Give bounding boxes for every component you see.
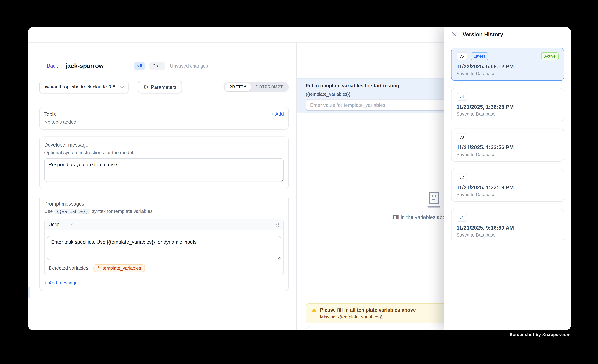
- developer-message-card: Developer message Optional system instru…: [39, 136, 289, 189]
- add-message-button[interactable]: + Add message: [44, 280, 78, 286]
- version-timestamp: 11/21/2025, 1:33:19 PM: [457, 184, 559, 190]
- template-variable-chip[interactable]: ✎ template_variables: [93, 264, 145, 272]
- variable-syntax-chip: {{variable}}: [55, 208, 90, 214]
- plus-icon: +: [271, 111, 274, 117]
- message-input[interactable]: Enter task specifics. Use {{template_var…: [47, 236, 281, 260]
- version-number-badge: v5: [457, 52, 467, 60]
- message-header: User: [45, 219, 283, 230]
- warning-title: Please fill in all template variables ab…: [320, 307, 416, 313]
- version-number-badge: v1: [457, 214, 467, 222]
- tools-title: Tools: [44, 111, 56, 117]
- version-status: Saved to Database: [457, 71, 559, 76]
- subtitle-suffix: syntax for template variables: [92, 209, 152, 214]
- version-timestamp: 11/21/2025, 9:16:39 AM: [457, 225, 559, 231]
- version-timestamp: 11/21/2025, 1:36:28 PM: [457, 104, 559, 110]
- chevron-down-icon: [120, 86, 124, 89]
- gear-icon: ⚙: [143, 84, 148, 90]
- detected-variables-row: Detected variables: ✎ template_variables: [47, 264, 281, 272]
- prompt-messages-subtitle: Use {{variable}} syntax for template var…: [44, 208, 284, 214]
- version-card-v5[interactable]: v5 Latest Active 11/22/2025, 6:08:12 PM …: [451, 48, 564, 81]
- latest-badge: Latest: [471, 52, 488, 60]
- active-badge: Active: [541, 52, 559, 60]
- plus-icon: +: [44, 280, 47, 286]
- version-history-panel: Version History v5 Latest Active 11/22/2…: [444, 27, 571, 330]
- warning-icon: [311, 307, 317, 313]
- message-body: Enter task specifics. Use {{template_var…: [45, 230, 283, 275]
- close-icon[interactable]: [451, 31, 458, 37]
- toggle-dotprompt[interactable]: DOTPROMPT: [251, 83, 288, 91]
- version-status: Saved to Database: [457, 111, 559, 117]
- model-select-value: aws/anthropic/bedrock-claude-3-5-s...: [43, 84, 117, 90]
- add-message-label: Add message: [49, 280, 78, 286]
- version-badge: v5: [134, 62, 145, 70]
- version-history-header: Version History: [451, 31, 564, 37]
- pencil-icon: ✎: [97, 265, 101, 271]
- parameters-button[interactable]: ⚙ Parameters: [138, 81, 182, 93]
- format-toggle: PRETTY DOTPROMPT: [224, 82, 289, 92]
- version-number-badge: v3: [457, 133, 467, 141]
- back-button[interactable]: ← Back: [39, 63, 58, 69]
- page-title: jack-sparrow: [66, 63, 104, 69]
- toggle-pretty[interactable]: PRETTY: [225, 83, 251, 91]
- model-select[interactable]: aws/anthropic/bedrock-claude-3-5-s...: [39, 81, 129, 93]
- prompt-messages-title: Prompt messages: [44, 201, 284, 207]
- version-status: Saved to Database: [457, 152, 559, 157]
- title-badges: v5 Draft: [134, 62, 165, 70]
- tools-card: Tools + Add No tools added: [39, 107, 289, 130]
- chevron-down-icon: [69, 223, 73, 226]
- watermark-text: Screenshot by Xnapper.com: [510, 332, 571, 337]
- role-value: User: [48, 222, 59, 227]
- message-block: User: [44, 219, 284, 275]
- developer-message-subtitle: Optional system instructions for the mod…: [44, 150, 284, 155]
- bot-face-icon: [427, 191, 441, 209]
- subtitle-prefix: Use: [44, 209, 53, 214]
- prompt-messages-card: Prompt messages Use {{variable}} syntax …: [39, 196, 289, 291]
- version-timestamp: 11/21/2025, 1:33:56 PM: [457, 144, 559, 150]
- role-select[interactable]: User: [48, 222, 73, 227]
- parameters-label: Parameters: [151, 84, 176, 90]
- version-card-v2[interactable]: v2 11/21/2025, 1:33:19 PM Saved to Datab…: [451, 169, 564, 202]
- breadcrumb: ← Back jack-sparrow v5 Draft Unsaved cha…: [39, 62, 289, 70]
- template-variable-chip-label: template_variables: [103, 265, 141, 271]
- version-timestamp: 11/22/2025, 6:08:12 PM: [457, 63, 559, 69]
- back-label: Back: [47, 63, 58, 69]
- developer-message-title: Developer message: [44, 142, 284, 148]
- prompt-editor-column: ← Back jack-sparrow v5 Draft Unsaved cha…: [28, 43, 296, 330]
- developer-message-input[interactable]: Respond as you are tom cruise: [44, 158, 284, 182]
- version-card-v3[interactable]: v3 11/21/2025, 1:33:56 PM Saved to Datab…: [451, 128, 564, 162]
- detected-variables-label: Detected variables:: [49, 265, 90, 271]
- add-tool-button[interactable]: + Add: [271, 111, 284, 117]
- draft-badge: Draft: [149, 62, 165, 70]
- drag-handle-icon[interactable]: [276, 222, 280, 227]
- version-number-badge: v2: [457, 173, 467, 181]
- unsaved-changes-text: Unsaved changes: [170, 63, 208, 69]
- add-tool-label: Add: [275, 111, 284, 117]
- tools-empty-text: No tools added: [44, 119, 284, 125]
- version-status: Saved to Database: [457, 192, 559, 197]
- version-number-badge: v4: [457, 92, 467, 100]
- toolbar: aws/anthropic/bedrock-claude-3-5-s... ⚙ …: [39, 81, 289, 93]
- version-history-title: Version History: [463, 31, 503, 37]
- back-arrow-icon: ←: [39, 63, 45, 69]
- stage: ← Back jack-sparrow v5 Draft Unsaved cha…: [0, 0, 598, 364]
- version-card-v1[interactable]: v1 11/21/2025, 9:16:39 AM Saved to Datab…: [451, 209, 564, 242]
- version-card-v4[interactable]: v4 11/21/2025, 1:36:28 PM Saved to Datab…: [451, 88, 564, 121]
- left-edge-tab[interactable]: [28, 287, 30, 298]
- version-status: Saved to Database: [457, 232, 559, 238]
